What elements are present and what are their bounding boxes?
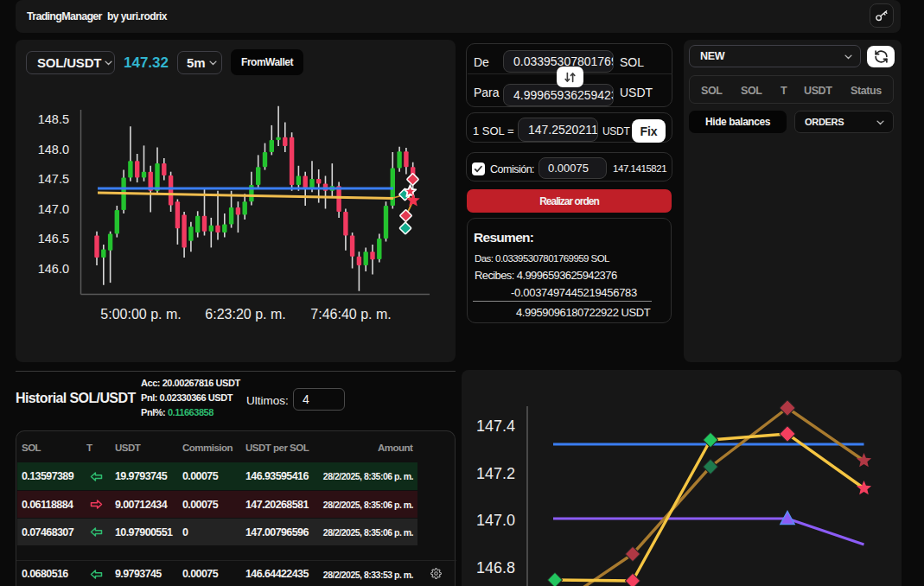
svg-text:147.4: 147.4	[476, 417, 515, 435]
svg-text:147.0: 147.0	[476, 512, 515, 529]
svg-text:146.8: 146.8	[476, 559, 515, 576]
svg-text:147.2: 147.2	[476, 465, 515, 482]
